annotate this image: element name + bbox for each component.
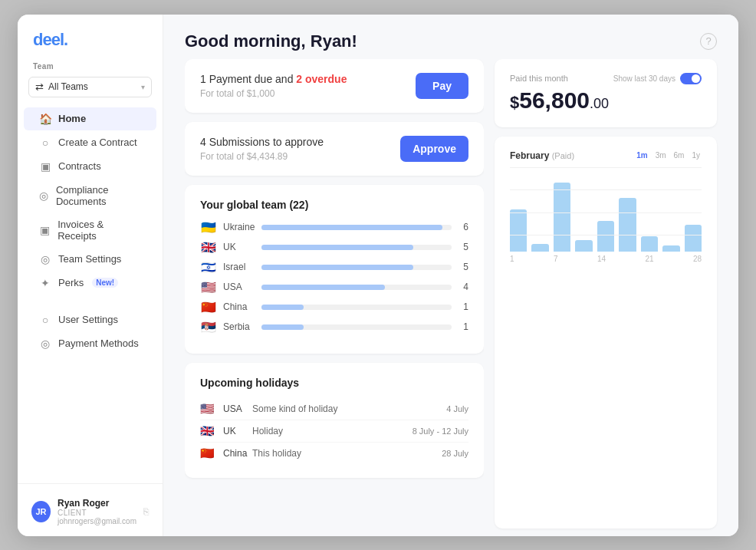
team-dropdown[interactable]: ⇄ All Teams ▾ bbox=[28, 77, 152, 97]
dashboard-grid: 1 Payment due and 2 overdue For total of… bbox=[163, 59, 738, 536]
chart-period-btn[interactable]: 1m bbox=[635, 150, 649, 160]
overdue-text: 2 overdue bbox=[296, 73, 347, 85]
compliance-icon: ◎ bbox=[39, 189, 49, 202]
sidebar-item-payment-methods[interactable]: ◎ Payment Methods bbox=[24, 332, 156, 355]
sidebar-item-user-settings[interactable]: ○ User Settings bbox=[24, 308, 156, 331]
chart-x-label: 14 bbox=[597, 255, 606, 263]
country-name: Israel bbox=[223, 262, 255, 272]
payment-text: 1 Payment due and 2 overdue bbox=[200, 73, 347, 85]
chart-month: February bbox=[510, 150, 549, 161]
sidebar-item-contracts[interactable]: ▣ Contracts bbox=[24, 155, 156, 178]
copy-icon[interactable]: ⎘ bbox=[143, 506, 149, 517]
user-info: JR Ryan Roger CLIENT johnrogers@gmail.co… bbox=[24, 493, 156, 530]
chart-period-btn[interactable]: 1y bbox=[690, 150, 702, 160]
holiday-date: 4 July bbox=[446, 404, 468, 413]
chart-area bbox=[510, 167, 702, 252]
country-list: 🇺🇦 Ukraine 6 🇬🇧 UK 5 🇮🇱 Israel 5 🇺🇸 USA … bbox=[200, 220, 468, 334]
sidebar-item-perks[interactable]: ✦ Perks New! bbox=[24, 272, 156, 295]
country-count: 5 bbox=[458, 242, 468, 252]
right-column: Paid this month Show last 30 days $56,80… bbox=[495, 59, 717, 529]
toggle-switch[interactable] bbox=[680, 73, 702, 84]
chart-bar-group bbox=[575, 240, 592, 252]
country-row: 🇮🇱 Israel 5 bbox=[200, 260, 468, 275]
country-count: 1 bbox=[458, 321, 468, 332]
sidebar-item-home[interactable]: 🏠 Home bbox=[24, 107, 156, 130]
chart-bar-group bbox=[641, 236, 658, 252]
chart-period-btn[interactable]: 6m bbox=[672, 150, 686, 160]
perks-badge: New! bbox=[92, 278, 118, 288]
payment-row: 1 Payment due and 2 overdue For total of… bbox=[200, 73, 468, 99]
home-icon: 🏠 bbox=[39, 113, 51, 125]
chart-period-buttons: 1m3m6m1y bbox=[635, 150, 702, 160]
pay-button[interactable]: Pay bbox=[416, 73, 468, 99]
contract-icon: ○ bbox=[39, 137, 51, 149]
holiday-name: This holiday bbox=[252, 448, 436, 459]
country-row: 🇺🇦 Ukraine 6 bbox=[200, 220, 468, 235]
country-bar-bg bbox=[261, 225, 452, 230]
team-dropdown-label: All Teams bbox=[48, 81, 88, 92]
country-bar-bg bbox=[261, 245, 452, 250]
country-flag: 🇬🇧 bbox=[200, 240, 217, 255]
chart-bar bbox=[575, 240, 592, 252]
sidebar: deel. Team ⇄ All Teams ▾ 🏠 Home ○ Create… bbox=[18, 15, 163, 536]
holidays-card: Upcoming holidays 🇺🇸 USA Some kind of ho… bbox=[185, 363, 484, 478]
bottom-nav: ○ User Settings ◎ Payment Methods bbox=[18, 308, 163, 356]
toggle-label: Show last 30 days bbox=[613, 74, 675, 83]
country-row: 🇺🇸 USA 4 bbox=[200, 280, 468, 295]
payment-icon: ◎ bbox=[39, 338, 51, 350]
invoices-icon: ▣ bbox=[39, 224, 51, 236]
country-name: Ukraine bbox=[223, 222, 255, 232]
holiday-country: UK bbox=[223, 426, 246, 436]
sidebar-item-team-settings[interactable]: ◎ Team Settings bbox=[24, 248, 156, 271]
chart-bar bbox=[531, 244, 548, 252]
sidebar-item-label: Invoices & Receipts bbox=[58, 219, 141, 242]
team-icon: ⇄ bbox=[35, 81, 44, 93]
country-name: Serbia bbox=[223, 321, 255, 332]
country-bar bbox=[261, 225, 442, 230]
team-label: Team bbox=[18, 59, 163, 74]
sidebar-item-invoices-receipts[interactable]: ▣ Invoices & Receipts bbox=[24, 213, 156, 247]
country-flag: 🇮🇱 bbox=[200, 260, 217, 275]
submissions-info: 4 Submissions to approve For total of $4… bbox=[200, 136, 324, 162]
chart-x-label: 28 bbox=[693, 255, 702, 263]
country-count: 1 bbox=[458, 301, 468, 312]
user-role: CLIENT bbox=[58, 509, 136, 517]
chart-bar bbox=[597, 221, 614, 252]
chart-bar bbox=[685, 225, 702, 252]
chart-bar bbox=[510, 209, 527, 252]
chart-bar bbox=[554, 183, 570, 252]
country-bar-bg bbox=[261, 285, 452, 290]
country-bar bbox=[261, 245, 413, 250]
approve-button[interactable]: Approve bbox=[400, 136, 468, 162]
amount-cents: .00 bbox=[590, 96, 609, 111]
sidebar-item-label: Payment Methods bbox=[58, 338, 139, 349]
holiday-name: Holiday bbox=[252, 426, 406, 436]
holiday-row: 🇺🇸 USA Some kind of holiday 4 July bbox=[200, 398, 468, 420]
country-name: China bbox=[223, 301, 255, 312]
country-bar bbox=[261, 285, 385, 290]
holiday-row: 🇬🇧 UK Holiday 8 July - 12 July bbox=[200, 420, 468, 443]
team-card: Your global team (22) 🇺🇦 Ukraine 6 🇬🇧 UK… bbox=[185, 185, 484, 354]
payment-info: 1 Payment due and 2 overdue For total of… bbox=[200, 73, 347, 99]
help-icon[interactable]: ? bbox=[700, 33, 717, 50]
country-bar-bg bbox=[261, 324, 452, 330]
user-name: Ryan Roger bbox=[58, 498, 136, 509]
settings-icon: ◎ bbox=[39, 253, 51, 265]
holidays-list: 🇺🇸 USA Some kind of holiday 4 July 🇬🇧 UK… bbox=[200, 398, 468, 464]
chart-header: February (Paid) 1m3m6m1y bbox=[510, 150, 702, 161]
country-name: UK bbox=[223, 242, 255, 252]
country-count: 5 bbox=[458, 262, 468, 272]
user-email: johnrogers@gmail.com bbox=[58, 517, 136, 525]
sidebar-item-create-contract[interactable]: ○ Create a Contract bbox=[24, 131, 156, 154]
sidebar-item-label: Contracts bbox=[58, 160, 101, 172]
holiday-flag: 🇨🇳 bbox=[200, 446, 217, 460]
sidebar-item-compliance-documents[interactable]: ◎ Compliance Documents bbox=[24, 179, 156, 212]
chevron-down-icon: ▾ bbox=[141, 83, 145, 91]
country-flag: 🇨🇳 bbox=[200, 300, 217, 315]
country-count: 6 bbox=[458, 222, 468, 232]
chart-period-btn[interactable]: 3m bbox=[654, 150, 668, 160]
paid-amount: $56,800.00 bbox=[510, 87, 702, 114]
chart-x-labels: 17142128 bbox=[510, 252, 702, 263]
holiday-country: China bbox=[223, 448, 246, 459]
team-title: Your global team (22) bbox=[200, 199, 468, 211]
